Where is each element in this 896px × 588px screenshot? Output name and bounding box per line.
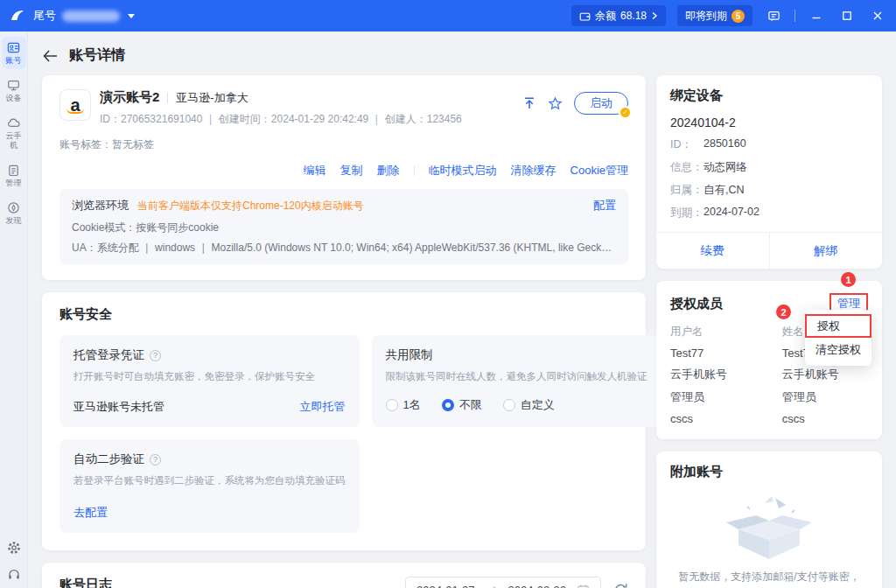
- titlebar-divider: [794, 10, 795, 22]
- account-security-card: 账号安全 托管登录凭证 打开账号时可自动填充账密，免密登录，保护账号安全 亚马逊…: [42, 292, 646, 550]
- member-cell: 管理员: [782, 389, 868, 405]
- menu-item-clear-authorization[interactable]: 清空授权: [805, 338, 872, 361]
- two-step-title: 自动二步验证: [74, 452, 144, 467]
- device-row-value: 动态网络: [704, 160, 747, 175]
- chevron-down-icon: [128, 14, 135, 18]
- device-row-label: 归属：: [670, 183, 704, 198]
- sidebar-item-discover[interactable]: 发现: [2, 197, 26, 229]
- copy-link[interactable]: 复制: [340, 163, 363, 178]
- delete-link[interactable]: 删除: [377, 163, 400, 178]
- clipboard-icon: [7, 164, 20, 177]
- sidebar-item-accounts[interactable]: 账号: [2, 37, 26, 69]
- expire-label: 即将到期: [685, 9, 727, 24]
- device-row-value: 自有,CN: [704, 183, 745, 198]
- clear-cache-link[interactable]: 清除缓存: [511, 163, 556, 178]
- maximize-button[interactable]: [837, 6, 857, 25]
- expire-count: 5: [732, 10, 745, 23]
- refresh-icon[interactable]: [613, 583, 628, 588]
- share-limit-title: 共用限制: [386, 347, 433, 363]
- date-range-picker[interactable]: 2024-01-27 2024-02-26: [405, 577, 601, 588]
- member-cell: 云手机账号: [782, 367, 868, 382]
- menu-item-authorize[interactable]: 授权: [805, 314, 872, 338]
- radio-label: 自定义: [521, 397, 555, 413]
- devices-icon: [7, 79, 20, 92]
- device-row-label: 到期：: [670, 206, 704, 220]
- sidebar-item-cloud-phone[interactable]: 云手机: [2, 112, 26, 154]
- close-button[interactable]: [868, 6, 887, 25]
- device-row: 归属： 自有,CN: [670, 183, 868, 198]
- page-header: 账号详情: [28, 32, 896, 65]
- message-icon[interactable]: [764, 6, 783, 25]
- support-headset-icon[interactable]: [7, 567, 21, 581]
- account-action-links: 编辑 复制 删除 临时模式启动 清除缓存 Cookie管理: [60, 163, 628, 178]
- column-header-username: 用户名: [670, 325, 782, 340]
- divider: [167, 92, 168, 103]
- sidebar-item-devices[interactable]: 设备: [2, 74, 26, 107]
- balance-badge[interactable]: 余额 68.18: [571, 5, 666, 26]
- extra-accounts-card: 附加账号 暂无数据，支持添加邮箱/支付等账密，实现免密登录 立即设置: [656, 452, 882, 588]
- sidebar: 账号 设备 云手机 管理 发现: [0, 32, 28, 588]
- edit-link[interactable]: 编辑: [304, 163, 326, 178]
- account-name: 演示账号2: [100, 89, 159, 106]
- wallet-icon: [579, 10, 591, 22]
- two-step-desc: 若登录平台账号时遇到二步验证，系统将为您自动填充验证码: [74, 474, 346, 487]
- share-limit-box: 共用限制 限制该账号同时在线人数，避免多人同时访问触发人机验证 1名: [372, 335, 662, 427]
- member-cell: cscs: [782, 412, 868, 425]
- device-row-label: 信息：: [670, 160, 704, 175]
- account-label: 尾号: [33, 8, 56, 24]
- account-log-card: 账号日志 2024-01-27 2024-02-26: [42, 563, 646, 588]
- balance-label: 余额: [595, 9, 616, 24]
- hosted-credentials-box: 托管登录凭证 打开账号时可自动填充账密，免密登录，保护账号安全 亚马逊账号未托管…: [60, 335, 360, 427]
- empty-box-illustration: [721, 494, 817, 563]
- member-cell: cscs: [670, 412, 782, 425]
- radio-icon: [386, 399, 398, 411]
- device-card-title: 绑定设备: [670, 88, 868, 104]
- cookie-manage-link[interactable]: Cookie管理: [570, 163, 628, 178]
- authorized-members-card: 1 2 授权成员 管理 用户名 姓名 Test77 Test77 云手机账号 云…: [656, 281, 882, 439]
- account-platform: 亚马逊-加拿大: [176, 90, 248, 106]
- sidebar-item-label: 账号: [4, 56, 24, 66]
- empty-text-label: 暂无数据，支持添加邮箱/支付等账密，实现免密登录: [678, 570, 859, 588]
- temp-mode-launch-link[interactable]: 临时模式启动: [429, 163, 497, 178]
- pin-top-icon[interactable]: [522, 96, 536, 110]
- expire-badge[interactable]: 即将到期 5: [677, 5, 752, 26]
- two-step-box: 自动二步验证 若登录平台账号时遇到二步验证，系统将为您自动填充验证码 去配置: [60, 439, 360, 533]
- two-step-config-link[interactable]: 去配置: [74, 505, 108, 521]
- device-name: 20240104-2: [670, 116, 868, 130]
- radio-option-custom[interactable]: 自定义: [503, 397, 555, 413]
- divider: [414, 165, 415, 176]
- cloud-icon: [7, 116, 20, 130]
- date-to: 2024-02-26: [508, 584, 567, 588]
- renew-button[interactable]: 续费: [656, 233, 770, 269]
- sidebar-item-manage[interactable]: 管理: [2, 159, 26, 192]
- balance-value: 68.18: [620, 10, 647, 22]
- sidebar-item-label: 云手机: [4, 131, 24, 150]
- radio-label: 不限: [459, 397, 482, 413]
- back-button[interactable]: [42, 49, 59, 63]
- app-window: 尾号 余额 68.18 即将到期 5: [0, 0, 896, 588]
- cookie-mode-text: Cookie模式：按账号同步cookie: [72, 220, 616, 235]
- member-cell: 云手机账号: [670, 367, 782, 382]
- info-icon: [150, 454, 161, 466]
- unbind-button[interactable]: 解绑: [770, 233, 883, 269]
- minimize-button[interactable]: [807, 6, 826, 25]
- env-config-link[interactable]: 配置: [593, 198, 616, 214]
- launch-badge-icon: [619, 106, 632, 119]
- sidebar-item-label: 管理: [4, 178, 24, 188]
- launch-button[interactable]: 启动: [574, 92, 628, 115]
- star-favorite-icon[interactable]: [548, 96, 563, 111]
- app-logo-icon: [9, 7, 26, 24]
- share-limit-desc: 限制该账号同时在线人数，避免多人同时访问触发人机验证: [386, 370, 648, 383]
- account-tags: 账号标签：暂无标签: [60, 137, 628, 152]
- device-row-value: 2850160: [704, 137, 746, 152]
- radio-option-one[interactable]: 1名: [386, 397, 421, 413]
- compass-icon: [7, 201, 20, 214]
- current-account-switcher[interactable]: 尾号: [33, 8, 135, 24]
- hosted-status: 亚马逊账号未托管: [74, 399, 164, 415]
- radio-option-unlimited[interactable]: 不限: [442, 397, 482, 413]
- hosted-title: 托管登录凭证: [74, 347, 144, 363]
- settings-gear-icon[interactable]: [7, 541, 21, 555]
- account-meta: ID：27065321691040 ｜ 创建时间：2024-01-29 20:4…: [100, 112, 462, 127]
- date-from: 2024-01-27: [416, 584, 475, 588]
- host-now-link[interactable]: 立即托管: [300, 399, 346, 415]
